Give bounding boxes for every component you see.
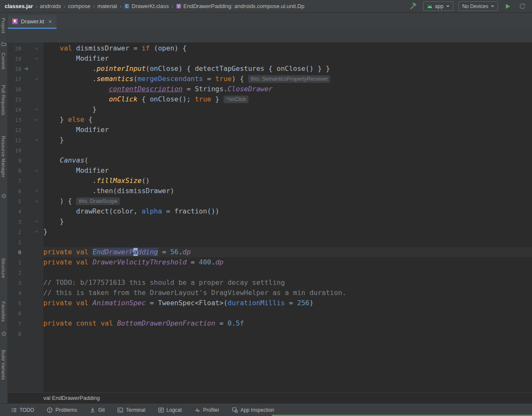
tool-window-button-terminal[interactable]: Terminal xyxy=(117,407,145,413)
code-line[interactable]: 4 drawRect(color, alpha = fraction()) xyxy=(8,206,532,216)
fold-marker[interactable] xyxy=(31,78,42,80)
gutter[interactable]: 2 xyxy=(8,267,43,278)
code-line[interactable]: 14 } xyxy=(8,104,532,115)
code-line[interactable]: 18 .pointerInput(onClose) { detectTapGes… xyxy=(8,64,532,74)
code-line[interactable]: 2 xyxy=(8,267,532,278)
code-line[interactable]: 0private val EndDrawerPadding = 56.dp xyxy=(8,247,532,257)
code-line[interactable]: 5 ) {this: DrawScope xyxy=(8,196,532,206)
gutter[interactable]: 4 xyxy=(8,206,43,216)
code-line[interactable]: 8 Modifier xyxy=(8,166,532,176)
tab-drawer-kt[interactable]: K Drawer.kt × xyxy=(8,15,57,29)
apply-changes-button[interactable] xyxy=(518,2,527,11)
tool-window-button-profiler[interactable]: Profiler xyxy=(195,407,219,413)
gutter[interactable]: 11 xyxy=(8,135,43,145)
fold-marker[interactable] xyxy=(31,190,42,192)
gutter[interactable]: 12 xyxy=(8,125,43,135)
suspend-call-gutter-icon[interactable] xyxy=(21,66,31,71)
fold-marker[interactable] xyxy=(31,57,42,60)
code-line[interactable]: 10 xyxy=(8,145,532,155)
gutter[interactable]: 19 xyxy=(8,53,43,64)
gutter[interactable]: 5 xyxy=(8,196,43,206)
gutter[interactable]: 2 xyxy=(8,227,43,237)
code-lines[interactable]: 20 val dismissDrawer = if (open) {19 Mod… xyxy=(8,42,532,392)
gutter[interactable]: 4 xyxy=(8,288,43,298)
folder-icon[interactable] xyxy=(1,41,6,46)
gutter[interactable]: 3 xyxy=(8,278,43,288)
build-hammer-icon[interactable] xyxy=(409,2,418,11)
gutter[interactable]: 1 xyxy=(8,257,43,267)
fold-marker[interactable] xyxy=(31,108,42,111)
tool-window-button-git[interactable]: Git xyxy=(90,407,105,413)
gutter[interactable]: 20 xyxy=(8,43,43,53)
star-icon[interactable] xyxy=(1,330,6,335)
code-line[interactable]: 2} xyxy=(8,227,532,237)
code-line[interactable]: 6 .then(dismissDrawer) xyxy=(8,186,532,196)
gutter[interactable]: 7 xyxy=(8,176,43,186)
fold-marker[interactable] xyxy=(31,230,42,233)
code-line[interactable]: 8 xyxy=(8,329,532,339)
gutter[interactable]: 15 xyxy=(8,94,43,104)
code-line[interactable]: 17 .semantics(mergeDescendants = true) {… xyxy=(8,74,532,84)
fold-marker[interactable] xyxy=(31,118,42,121)
tool-stripe-pull-requests[interactable]: Pull Requests xyxy=(1,85,6,115)
editor[interactable]: 20 val dismissDrawer = if (open) {19 Mod… xyxy=(8,29,532,403)
tool-window-button-problems[interactable]: Problems xyxy=(47,407,77,413)
tool-window-button-app-inspection[interactable]: App Inspection xyxy=(232,407,274,413)
fold-marker[interactable] xyxy=(31,47,42,50)
fold-marker[interactable] xyxy=(31,139,42,141)
gutter[interactable]: 6 xyxy=(8,186,43,196)
code-line[interactable]: 12 Modifier xyxy=(8,125,532,135)
gutter[interactable]: 17 xyxy=(8,74,43,84)
run-button[interactable] xyxy=(503,2,512,11)
gutter[interactable]: 6 xyxy=(8,308,43,318)
fold-marker[interactable] xyxy=(31,220,42,223)
run-config-selector[interactable]: app xyxy=(423,1,453,11)
gutter[interactable]: 0 xyxy=(8,247,43,257)
breadcrumb-item[interactable]: classes.jar xyxy=(3,3,34,9)
gutter[interactable]: 1 xyxy=(8,237,43,247)
gutter[interactable]: 16 xyxy=(8,84,43,94)
gutter[interactable]: 9 xyxy=(8,155,43,166)
gutter[interactable]: 14 xyxy=(8,104,43,115)
code-line[interactable]: 3// TODO: b/177571613 this should be a p… xyxy=(8,278,532,288)
code-line[interactable]: 5private val AnimationSpec = TweenSpec<F… xyxy=(8,298,532,308)
tab-close-icon[interactable]: × xyxy=(48,19,52,25)
code-line[interactable]: 13 } else { xyxy=(8,115,532,125)
breadcrumb-item[interactable]: material xyxy=(96,3,118,9)
breadcrumb-item[interactable]: compose xyxy=(67,3,92,9)
gutter[interactable]: 5 xyxy=(8,298,43,308)
breadcrumb-item[interactable]: androidx xyxy=(39,3,62,9)
gutter[interactable]: 18 xyxy=(8,64,43,74)
tool-stripe-build-variants[interactable]: Build Variants xyxy=(1,350,6,380)
code-line[interactable]: 4// this is taken from the DrawerLayout'… xyxy=(8,288,532,298)
gutter[interactable]: 8 xyxy=(8,166,43,176)
device-selector[interactable]: No Devices xyxy=(458,1,498,11)
fold-marker[interactable] xyxy=(31,169,42,172)
code-line[interactable]: 16 contentDescription = Strings.CloseDra… xyxy=(8,84,532,94)
code-line[interactable]: 6 xyxy=(8,308,532,318)
code-line[interactable]: 7private const val BottomDrawerOpenFract… xyxy=(8,318,532,329)
gutter[interactable]: 8 xyxy=(8,329,43,339)
tool-window-button-logcat[interactable]: Logcat xyxy=(158,407,182,413)
code-line[interactable]: 7 .fillMaxSize() xyxy=(8,176,532,186)
layers-icon[interactable] xyxy=(1,193,6,198)
tool-stripe-commit[interactable]: Commit xyxy=(1,53,6,70)
tool-window-button-todo[interactable]: TODO xyxy=(11,407,34,413)
gutter[interactable]: 3 xyxy=(8,216,43,227)
gutter[interactable]: 13 xyxy=(8,115,43,125)
tool-stripe-favorites[interactable]: Favorites xyxy=(1,301,6,322)
tool-stripe-project[interactable]: Project xyxy=(1,18,6,33)
breadcrumb-item[interactable]: CDrawerKt.class xyxy=(123,3,170,9)
code-line[interactable]: 15 onClick { onClose(); true }^onClick xyxy=(8,94,532,104)
tool-stripe-structure[interactable]: Structure xyxy=(1,258,6,278)
breadcrumb-item[interactable]: VEndDrawerPadding: androidx.compose.ui.u… xyxy=(175,3,306,9)
code-line[interactable]: 1private val DrawerVelocityThreshold = 4… xyxy=(8,257,532,267)
code-line[interactable]: 9 Canvas( xyxy=(8,155,532,166)
gutter[interactable]: 10 xyxy=(8,145,43,155)
code-line[interactable]: 20 val dismissDrawer = if (open) { xyxy=(8,43,532,53)
code-line[interactable]: 1 xyxy=(8,237,532,247)
gutter[interactable]: 7 xyxy=(8,318,43,329)
code-line[interactable]: 3 } xyxy=(8,216,532,227)
code-line[interactable]: 11 } xyxy=(8,135,532,145)
tool-stripe-resource-manager[interactable]: Resource Manager xyxy=(1,136,6,177)
